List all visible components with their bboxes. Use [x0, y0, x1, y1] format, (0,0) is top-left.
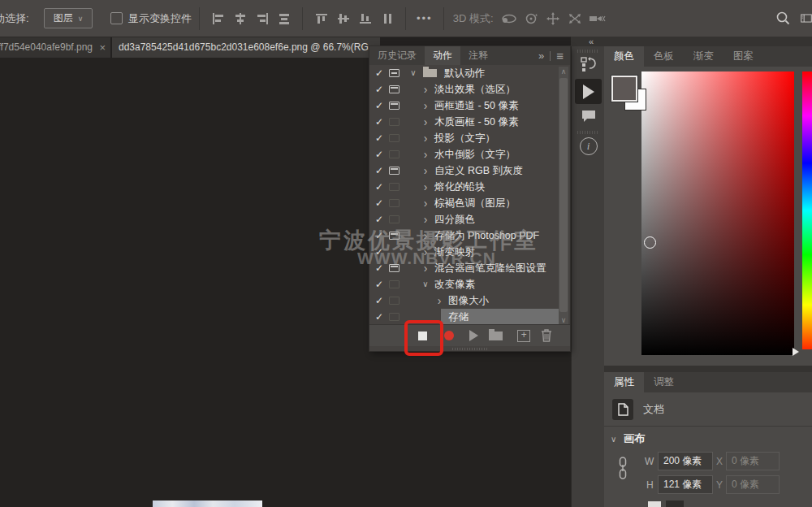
saturation-brightness-field[interactable]: [641, 72, 794, 355]
action-enabled-check[interactable]: ✓: [369, 181, 389, 193]
3d-orbit-icon[interactable]: [499, 8, 520, 29]
expand-arrow-icon[interactable]: ›: [419, 149, 432, 160]
expand-arrow-icon[interactable]: ›: [419, 262, 432, 274]
action-row[interactable]: ✓存储: [369, 309, 570, 325]
workspace-icon[interactable]: [801, 8, 812, 29]
tab-adjustments[interactable]: 调整: [644, 372, 684, 392]
action-row[interactable]: ✓›投影（文字）: [369, 130, 570, 146]
action-label[interactable]: 存储为 Photoshop PDF: [434, 229, 539, 243]
dialog-toggle[interactable]: [389, 232, 400, 240]
action-enabled-check[interactable]: ✓: [369, 230, 389, 241]
dialog-toggle[interactable]: [389, 183, 400, 191]
action-label[interactable]: 自定义 RGB 到灰度: [434, 164, 523, 178]
action-row[interactable]: ✓›画框通道 - 50 像素: [369, 98, 570, 114]
history-panel-icon[interactable]: [572, 56, 605, 72]
tab-actions[interactable]: 动作: [425, 46, 460, 65]
expand-arrow-icon[interactable]: ›: [419, 214, 432, 225]
scrollbar-thumb[interactable]: [559, 78, 568, 312]
tab-history[interactable]: 历史记录: [369, 46, 425, 65]
collapse-arrow-icon[interactable]: ∨: [407, 67, 420, 79]
dialog-toggle[interactable]: [389, 167, 400, 175]
document-tab-inactive[interactable]: 4ff7d54e040afe9bf.png ×: [0, 37, 110, 58]
expand-arrow-icon[interactable]: ›: [419, 132, 432, 144]
tab-properties[interactable]: 属性: [604, 372, 644, 392]
expand-arrow-icon[interactable]: ›: [419, 246, 432, 258]
dialog-toggle[interactable]: [389, 134, 400, 142]
show-transform-checkbox[interactable]: [110, 12, 123, 24]
more-options-icon[interactable]: •••: [417, 12, 433, 24]
distribute-vertical-icon[interactable]: [376, 8, 398, 29]
action-enabled-check[interactable]: ✓: [369, 67, 389, 79]
action-enabled-check[interactable]: ✓: [369, 295, 389, 306]
scroll-up-icon[interactable]: ∧: [559, 67, 568, 76]
action-enabled-check[interactable]: ✓: [369, 116, 389, 128]
action-row[interactable]: ✓›木质画框 - 50 像素: [369, 114, 570, 130]
action-label[interactable]: 棕褐色调（图层）: [434, 197, 516, 210]
actions-panel-icon[interactable]: [575, 79, 602, 104]
action-row[interactable]: ✓›水中倒影（文字）: [369, 146, 570, 162]
action-row[interactable]: ✓›混合器画笔克隆绘图设置: [369, 260, 570, 276]
action-label[interactable]: 木质画框 - 50 像素: [434, 115, 519, 129]
action-enabled-check[interactable]: ✓: [369, 311, 389, 323]
dialog-toggle[interactable]: [389, 313, 400, 321]
tab-color[interactable]: 颜色: [604, 46, 644, 67]
action-enabled-check[interactable]: ✓: [369, 165, 389, 176]
action-enabled-check[interactable]: ✓: [369, 262, 389, 274]
dialog-toggle[interactable]: [389, 118, 400, 126]
action-enabled-check[interactable]: ✓: [369, 214, 389, 225]
collapse-panels-icon[interactable]: «: [589, 37, 593, 46]
color-picker-cursor[interactable]: [644, 236, 656, 249]
hue-slider[interactable]: [802, 72, 812, 349]
action-enabled-check[interactable]: ✓: [369, 149, 389, 160]
dialog-toggle[interactable]: [389, 199, 400, 207]
dialog-toggle[interactable]: [389, 102, 400, 110]
panel-expand-icon[interactable]: »: [538, 50, 544, 62]
expand-arrow-icon[interactable]: ›: [433, 295, 446, 306]
dialog-toggle[interactable]: [389, 69, 400, 77]
document-tab-active[interactable]: dd3a785425d41d675bc2d031e608ef6e.png @ 6…: [112, 37, 380, 58]
new-group-button[interactable]: [483, 325, 508, 346]
action-row[interactable]: ✓›自定义 RGB 到灰度: [369, 162, 570, 179]
tab-notes[interactable]: 注释: [460, 46, 496, 65]
action-label[interactable]: 投影（文字）: [434, 132, 495, 145]
action-enabled-check[interactable]: ✓: [369, 279, 389, 290]
delete-action-button[interactable]: [535, 325, 558, 346]
panel-menu-icon[interactable]: ≡: [556, 49, 564, 63]
dialog-toggle[interactable]: [389, 85, 400, 93]
action-row[interactable]: ✓›四分颜色: [369, 211, 570, 228]
action-row[interactable]: ✓∨改变像素: [369, 276, 570, 292]
tab-gradients[interactable]: 渐变: [684, 46, 723, 67]
notes-panel-icon[interactable]: [572, 109, 605, 124]
tab-patterns[interactable]: 图案: [723, 46, 763, 67]
dialog-toggle[interactable]: [389, 280, 400, 288]
expand-arrow-icon[interactable]: ›: [419, 100, 432, 111]
3d-roll-icon[interactable]: [520, 8, 542, 29]
height-input[interactable]: 121 像素: [658, 475, 713, 494]
y-input[interactable]: 0 像素: [726, 475, 780, 494]
panel-resize-handle[interactable]: [369, 346, 570, 351]
expand-arrow-icon[interactable]: ›: [419, 84, 432, 95]
expand-arrow-icon[interactable]: ›: [419, 230, 432, 241]
new-action-button[interactable]: +: [512, 325, 535, 346]
action-enabled-check[interactable]: ✓: [369, 84, 389, 95]
action-enabled-check[interactable]: ✓: [369, 132, 389, 144]
action-row[interactable]: ✓∨默认动作: [369, 65, 570, 81]
align-left-edges-icon[interactable]: [207, 8, 229, 29]
expand-arrow-icon[interactable]: ›: [419, 181, 432, 193]
action-label[interactable]: 水中倒影（文字）: [434, 148, 516, 162]
3d-camera-icon[interactable]: [586, 8, 608, 29]
action-label[interactable]: 淡出效果（选区）: [434, 83, 516, 97]
dialog-toggle[interactable]: [389, 150, 400, 158]
play-action-button[interactable]: [462, 325, 485, 346]
tab-swatches[interactable]: 色板: [644, 46, 684, 67]
link-dimensions-icon[interactable]: [618, 456, 628, 480]
dialog-toggle[interactable]: [389, 215, 400, 223]
foreground-color-swatch[interactable]: [611, 76, 637, 102]
3d-pan-icon[interactable]: [542, 8, 564, 29]
action-enabled-check[interactable]: ✓: [369, 100, 389, 111]
align-right-edges-icon[interactable]: [251, 8, 273, 29]
action-label[interactable]: 四分颜色: [434, 213, 475, 227]
align-bottom-edges-icon[interactable]: [354, 8, 376, 29]
info-panel-icon[interactable]: i: [572, 137, 605, 155]
action-row[interactable]: ✓›淡出效果（选区）: [369, 81, 570, 98]
